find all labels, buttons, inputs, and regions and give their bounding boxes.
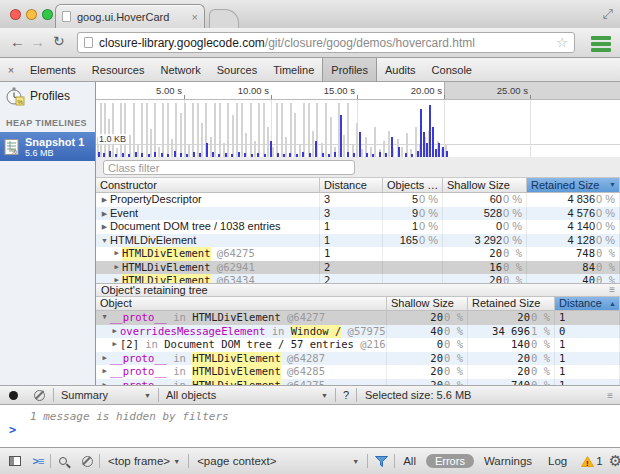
forward-icon[interactable]: →: [30, 33, 45, 50]
close-window-button[interactable]: [10, 9, 21, 20]
filter-all[interactable]: All: [395, 455, 424, 467]
shallow-size-cell: 3 2920 %: [443, 234, 527, 248]
tree-expanded-icon[interactable]: ▼: [100, 311, 109, 325]
constructor-row[interactable]: ▶HTMLDivElement @629412160 %840 %: [96, 261, 620, 275]
column-header-retained-size[interactable]: Retained Size: [468, 297, 555, 310]
objects-filter-select[interactable]: All objects ▼: [159, 386, 335, 404]
dock-toggle-button[interactable]: [4, 448, 26, 474]
cell-percent: 0 %: [443, 365, 467, 379]
tree-expanded-icon[interactable]: ▼: [100, 234, 109, 248]
tree-collapsed-icon[interactable]: ▶: [112, 274, 121, 283]
retaining-tree-header[interactable]: ObjectShallow SizeRetained SizeDistance▲: [96, 297, 620, 311]
show-console-button[interactable]: >≡: [26, 448, 50, 474]
cell-value: 20: [489, 247, 502, 261]
sidebar-item-profiles[interactable]: % Profiles: [0, 82, 95, 110]
view-select[interactable]: Summary ▼: [54, 386, 158, 404]
allocation-bar: [401, 147, 403, 157]
tree-collapsed-icon[interactable]: ▶: [112, 261, 121, 275]
tree-collapsed-icon[interactable]: ▶: [100, 352, 109, 366]
zoom-window-button[interactable]: [42, 9, 53, 20]
grip-icon[interactable]: ≡: [607, 390, 620, 401]
devtools-tab-console[interactable]: Console: [424, 58, 480, 81]
column-header-objects-[interactable]: Objects …: [383, 178, 443, 192]
browser-tab[interactable]: goog.ui.HoverCard ×: [55, 4, 205, 28]
help-button[interactable]: ?: [336, 386, 356, 404]
devtools-tab-resources[interactable]: Resources: [84, 58, 153, 81]
object-id: @21648: [354, 338, 387, 352]
devtools-close-icon[interactable]: ×: [0, 58, 22, 81]
devtools-tab-timeline[interactable]: Timeline: [265, 58, 322, 81]
clear-console-button[interactable]: [75, 448, 99, 474]
devtools-tab-sources[interactable]: Sources: [209, 58, 265, 81]
sidebar-profiles-label: Profiles: [30, 89, 70, 103]
constructor-row[interactable]: ▶HTMLDivElement @634342200 %400 %: [96, 274, 620, 283]
constructor-row[interactable]: ▶PropertyDescriptor350 %600 %4 8360 %: [96, 193, 620, 207]
tree-collapsed-icon[interactable]: ▶: [110, 338, 119, 352]
tree-collapsed-icon[interactable]: ▶: [100, 365, 109, 379]
retaining-tree-row[interactable]: ▶__proto__ in HTMLDivElement @64287200 %…: [96, 352, 620, 366]
live-object-bar: [174, 151, 176, 157]
tree-collapsed-icon[interactable]: ▶: [100, 193, 109, 207]
column-header-distance[interactable]: Distance▲: [555, 297, 620, 310]
clear-icon[interactable]: [34, 390, 45, 401]
grip-icon[interactable]: ≡: [609, 284, 615, 296]
allocation-timeline-chart[interactable]: 1.0 KB: [96, 100, 620, 157]
column-header-distance[interactable]: Distance: [320, 178, 383, 192]
allocation-bar: [162, 103, 164, 157]
class-filter-input[interactable]: [103, 160, 355, 175]
retainer-name: HTMLDivElement: [192, 352, 281, 366]
new-tab-button[interactable]: [209, 9, 239, 28]
reload-icon[interactable]: ↻: [53, 33, 65, 49]
url-bar[interactable]: closure-library.googlecode.com/git/closu…: [77, 32, 575, 53]
timeline-ruler[interactable]: 5.00 s10.00 s15.00 s20.00 s25.00 s: [96, 82, 620, 100]
devtools-tab-profiles[interactable]: Profiles: [322, 58, 377, 81]
retaining-tree-row[interactable]: ▼__proto__ in HTMLDivElement @64277200 %…: [96, 311, 620, 325]
context-select[interactable]: <page context> ▼: [189, 448, 367, 474]
minimize-window-button[interactable]: [26, 9, 37, 20]
filter-log[interactable]: Log: [540, 455, 575, 467]
tree-collapsed-icon[interactable]: ▶: [112, 247, 121, 261]
column-header-constructor[interactable]: Constructor: [96, 178, 320, 192]
menu-icon[interactable]: [591, 36, 611, 54]
constructor-row[interactable]: ▶Document DOM tree / 1038 entries110 %00…: [96, 220, 620, 234]
retaining-tree-titlebar[interactable]: Object's retaining tree ≡: [96, 283, 620, 297]
record-icon[interactable]: [9, 391, 18, 400]
constructor-row[interactable]: ▶Event390 %5280 %4 5760 %: [96, 207, 620, 221]
column-header-label: Retained Size: [472, 297, 541, 309]
column-header-label: Shallow Size: [447, 179, 510, 191]
warning-counter[interactable]: ! 1: [575, 455, 608, 467]
retained-size-cell: 1400 %: [468, 338, 555, 352]
tab-close-icon[interactable]: ×: [192, 11, 198, 23]
tree-collapsed-icon[interactable]: ▶: [100, 207, 109, 221]
devtools-tab-network[interactable]: Network: [152, 58, 208, 81]
constructor-table-header[interactable]: ConstructorDistanceObjects …Shallow Size…: [96, 178, 620, 193]
constructor-name: Document DOM tree / 1038 entries: [110, 220, 281, 234]
filter-warnings[interactable]: Warnings: [476, 455, 540, 467]
console-prompt-icon[interactable]: >: [9, 423, 16, 437]
frame-select[interactable]: <top frame> ▼: [100, 448, 188, 474]
retaining-tree-row[interactable]: ▶[2] in Document DOM tree / 57 entries @…: [96, 338, 620, 352]
column-header-shallow-size[interactable]: Shallow Size: [387, 297, 468, 310]
dock-icon: [9, 456, 21, 466]
constructor-row[interactable]: ▼HTMLDivElement11650 %3 2920 %4 1280 %: [96, 234, 620, 248]
column-header-retained-size[interactable]: Retained Size▼: [527, 178, 620, 192]
filter-button[interactable]: [368, 448, 394, 474]
tree-collapsed-icon[interactable]: ▶: [100, 220, 109, 234]
constructor-row[interactable]: ▶HTMLDivElement @642751200 %7480 %: [96, 247, 620, 261]
column-header-label: Shallow Size: [391, 297, 454, 309]
column-header-shallow-size[interactable]: Shallow Size: [443, 178, 527, 192]
fullscreen-icon[interactable]: ⤢: [603, 6, 613, 22]
column-header-object[interactable]: Object: [96, 297, 387, 310]
sidebar-item-snapshot-1[interactable]: % Snapshot 1 5.6 MB: [0, 132, 95, 161]
bookmark-star-icon[interactable]: ☆: [556, 35, 568, 50]
search-button[interactable]: [51, 448, 75, 474]
live-object-bar: [264, 154, 266, 157]
retaining-tree-row[interactable]: ▶__proto__ in HTMLDivElement @64285200 %…: [96, 365, 620, 379]
devtools-tab-elements[interactable]: Elements: [22, 58, 84, 81]
filter-errors[interactable]: Errors: [426, 454, 474, 468]
gear-icon[interactable]: ⚙: [609, 452, 620, 470]
retaining-tree-row[interactable]: ▶overridesMessageElement in Window / @57…: [96, 325, 620, 339]
tree-collapsed-icon[interactable]: ▶: [110, 325, 119, 339]
devtools-tab-audits[interactable]: Audits: [377, 58, 424, 81]
back-icon[interactable]: ←: [10, 33, 25, 50]
